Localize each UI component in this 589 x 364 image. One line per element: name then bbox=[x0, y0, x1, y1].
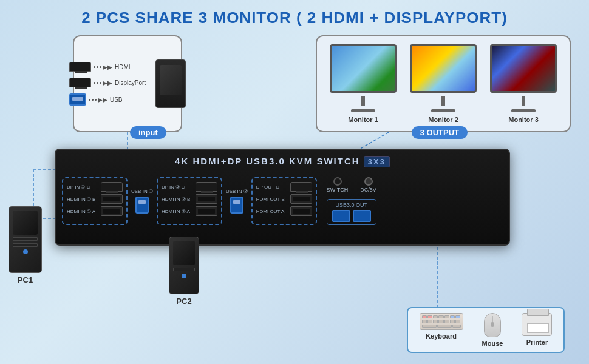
key-4 bbox=[422, 320, 427, 323]
hdmi-out-b: HDMI OUT B bbox=[256, 194, 312, 204]
dp-input-row: ▶▶ DisplayPort bbox=[69, 78, 146, 87]
dp-in-1c-port bbox=[101, 182, 123, 192]
usb-in-1-label: USB IN ① bbox=[131, 189, 153, 194]
usb3-out-box: USB3.0 OUT bbox=[327, 199, 376, 225]
hdmi-input-row: ▶▶ HDMI bbox=[69, 62, 146, 72]
usb-in-2-label: USB IN ② bbox=[226, 189, 248, 194]
usb-input-row: ▶▶ USB bbox=[69, 93, 146, 106]
pc1-drive2 bbox=[13, 243, 38, 247]
monitor-3-screen bbox=[490, 44, 557, 93]
dc-button bbox=[364, 177, 373, 186]
pc1: PC1 bbox=[9, 206, 42, 285]
pc2-drive bbox=[173, 268, 195, 271]
hdmi-in-2b-label: HDMI IN ② B bbox=[162, 197, 193, 202]
usb-arrow: ▶▶ bbox=[89, 96, 107, 103]
hdmi-in-1b-label: HDMI IN ① B bbox=[67, 197, 98, 202]
dp-in-2c: DP IN ② C bbox=[162, 182, 217, 192]
keyboard-item: Keyboard bbox=[420, 313, 463, 340]
switch-area[interactable]: SWITCH bbox=[327, 177, 349, 193]
mouse-label: Mouse bbox=[482, 340, 503, 347]
key-7 bbox=[438, 320, 443, 323]
output-section: Monitor 1 Monitor 2 Monitor 3 bbox=[316, 35, 571, 132]
monitor-1-base bbox=[351, 109, 375, 112]
usb-in-2-group: USB IN ② bbox=[226, 177, 248, 225]
peripherals-box: Keyboard Mouse Printer bbox=[407, 307, 565, 353]
usb-in-2-port bbox=[230, 197, 243, 214]
monitor-2-label: Monitor 2 bbox=[428, 116, 458, 123]
dp-label: DisplayPort bbox=[115, 79, 146, 86]
hdmi-out-a: HDMI OUT A bbox=[256, 206, 312, 216]
monitor-2: Monitor 2 bbox=[410, 44, 477, 123]
key-pink-2 bbox=[427, 315, 432, 318]
usb-port-icon bbox=[69, 93, 86, 106]
hdmi-out-b-port bbox=[290, 194, 312, 204]
printer-icon bbox=[522, 313, 552, 336]
hdmi-in-2a-label: HDMI IN ② A bbox=[162, 209, 193, 214]
hdmi-port-icon bbox=[69, 62, 91, 72]
dp-in-1c: DP IN ① C bbox=[67, 182, 123, 192]
usb-in-1-port bbox=[135, 197, 149, 214]
input-section: ▶▶ HDMI ▶▶ DisplayPort ▶▶ USB bbox=[73, 35, 182, 132]
dc-label: DC/5V bbox=[360, 187, 376, 193]
usb-in-1-group: USB IN ① bbox=[131, 177, 153, 225]
key-blue-2 bbox=[455, 315, 460, 318]
page-title: 2 PCS SHARE 3 MONITOR ( 2 HDMI + DISPLAY… bbox=[0, 0, 589, 27]
key-8 bbox=[444, 320, 449, 323]
pc1-top bbox=[13, 211, 38, 235]
usb3-out-label: USB3.0 OUT bbox=[332, 202, 371, 208]
hdmi-arrow: ▶▶ bbox=[94, 64, 112, 70]
hdmi-label: HDMI bbox=[115, 64, 131, 70]
usb3-port-2 bbox=[353, 210, 371, 222]
dp-in-1c-label: DP IN ① C bbox=[67, 184, 98, 190]
pc1-label: PC1 bbox=[18, 275, 33, 285]
dp-in-2c-label: DP IN ② C bbox=[162, 184, 193, 190]
monitor-1-label: Monitor 1 bbox=[348, 116, 378, 123]
pc2-label: PC2 bbox=[176, 297, 191, 306]
pc1-drive bbox=[13, 237, 38, 241]
key-wide-1 bbox=[422, 325, 437, 328]
monitor-2-screen bbox=[410, 44, 477, 93]
kvm-badge: 3X3 bbox=[364, 156, 390, 167]
hdmi-in-2a-port bbox=[196, 206, 217, 216]
hdmi-out-a-label: HDMI OUT A bbox=[256, 209, 288, 214]
key-2 bbox=[438, 315, 443, 318]
dp-out-c: DP OUT C bbox=[256, 182, 312, 192]
switch-button[interactable] bbox=[333, 177, 342, 186]
printer-label: Printer bbox=[526, 339, 548, 346]
controls-group: SWITCH DC/5V USB3.0 OUT bbox=[327, 177, 376, 225]
monitor-1-screen bbox=[330, 44, 397, 93]
key-space bbox=[437, 325, 452, 328]
kvm-switch-box: 4K HDMI+DP USB3.0 KVM SWITCH 3X3 DP IN ①… bbox=[55, 149, 510, 246]
dp-out-c-label: DP OUT C bbox=[256, 184, 288, 190]
dp-arrow: ▶▶ bbox=[94, 79, 112, 86]
pc2-top bbox=[173, 241, 195, 265]
key-blue-1 bbox=[450, 315, 455, 318]
output-label-bubble: 3 OUTPUT bbox=[412, 126, 468, 139]
hdmi-in-1a: HDMI IN ① A bbox=[67, 206, 123, 216]
usb-label: USB bbox=[110, 96, 123, 103]
dp-out-c-port bbox=[290, 182, 312, 192]
hdmi-in-1a-port bbox=[101, 206, 123, 216]
key-pink-1 bbox=[422, 315, 427, 318]
svg-line-1 bbox=[358, 132, 389, 150]
pc-input-icon bbox=[155, 59, 186, 108]
pc2: PC2 bbox=[169, 237, 199, 306]
monitor-3-base bbox=[511, 109, 536, 112]
kvm-controls: SWITCH DC/5V bbox=[327, 177, 376, 193]
pc1-power-led bbox=[23, 249, 28, 254]
monitor-3: Monitor 3 bbox=[490, 44, 557, 123]
output-group-3: DP OUT C HDMI OUT B HDMI OUT A bbox=[251, 177, 317, 225]
monitor-3-stand bbox=[522, 96, 525, 106]
key-6 bbox=[433, 320, 438, 323]
port-groups: DP IN ① C HDMI IN ① B HDMI IN ① A USB IN… bbox=[62, 177, 376, 225]
usb3-ports bbox=[332, 210, 371, 222]
hdmi-in-1b: HDMI IN ① B bbox=[67, 194, 123, 204]
key-9 bbox=[450, 320, 455, 323]
monitor-2-base bbox=[431, 109, 455, 112]
key-10 bbox=[455, 320, 460, 323]
key-row-1 bbox=[422, 315, 461, 318]
key-row-3 bbox=[422, 325, 461, 328]
keyboard-icon bbox=[420, 313, 463, 330]
dc-area: DC/5V bbox=[360, 177, 376, 193]
kvm-switch-label: 4K HDMI+DP USB3.0 KVM SWITCH 3X3 bbox=[175, 156, 390, 166]
